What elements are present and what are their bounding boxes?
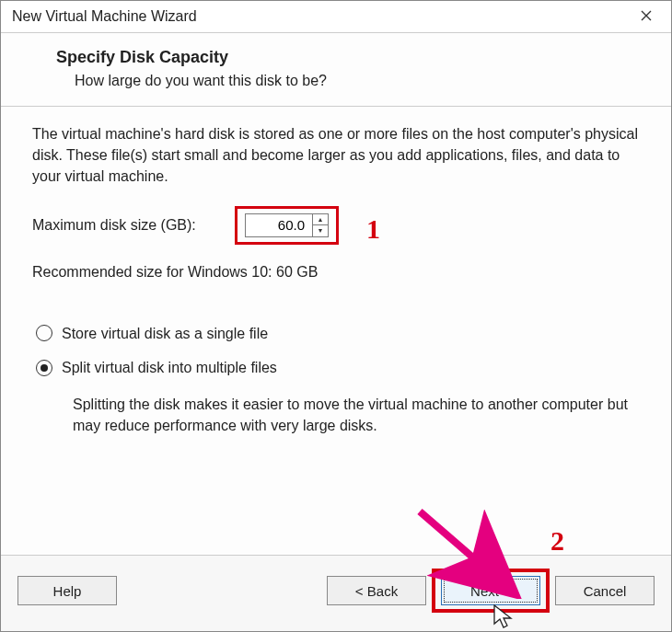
annotation-box-2: Next > — [432, 569, 550, 613]
cancel-button[interactable]: Cancel — [555, 576, 655, 605]
close-icon[interactable] — [631, 7, 662, 26]
disk-size-label: Maximum disk size (GB): — [32, 214, 235, 236]
wizard-window: New Virtual Machine Wizard Specify Disk … — [0, 0, 672, 632]
spinner-down-icon[interactable]: ▼ — [313, 225, 328, 236]
window-title: New Virtual Machine Wizard — [12, 8, 197, 25]
help-button[interactable]: Help — [17, 576, 117, 605]
annotation-1: 1 — [366, 209, 380, 249]
next-button[interactable]: Next > — [441, 576, 540, 605]
body-pane: The virtual machine's hard disk is store… — [1, 107, 671, 436]
annotation-box-1: ▲ ▼ 1 — [235, 206, 339, 245]
radio-single-label: Store virtual disk as a single file — [62, 323, 268, 344]
radio-split-label: Split virtual disk into multiple files — [62, 357, 277, 378]
radio-single-file[interactable]: Store virtual disk as a single file — [36, 323, 640, 344]
header-pane: Specify Disk Capacity How large do you w… — [1, 33, 671, 107]
annotation-2: 2 — [550, 525, 564, 557]
disk-size-spinner[interactable]: ▲ ▼ — [245, 213, 329, 237]
split-description: Splitting the disk makes it easier to mo… — [36, 391, 640, 436]
description-text: The virtual machine's hard disk is store… — [32, 123, 640, 188]
disk-size-row: Maximum disk size (GB): ▲ ▼ 1 — [32, 206, 640, 245]
disk-storage-radio-group: Store virtual disk as a single file Spli… — [32, 323, 640, 436]
radio-icon-checked[interactable] — [36, 360, 52, 376]
back-button[interactable]: < Back — [327, 576, 426, 605]
titlebar: New Virtual Machine Wizard — [1, 1, 671, 33]
page-subheading: How large do you want this disk to be? — [56, 73, 643, 89]
button-bar: Help < Back Next > Cancel — [1, 555, 671, 631]
recommended-size-text: Recommended size for Windows 10: 60 GB — [32, 261, 640, 282]
spinner-arrows[interactable]: ▲ ▼ — [312, 214, 328, 236]
disk-size-input[interactable] — [246, 214, 312, 236]
radio-split-files[interactable]: Split virtual disk into multiple files — [36, 357, 640, 378]
spinner-up-icon[interactable]: ▲ — [313, 214, 328, 226]
page-heading: Specify Disk Capacity — [56, 48, 643, 67]
radio-icon-unchecked[interactable] — [36, 325, 52, 341]
